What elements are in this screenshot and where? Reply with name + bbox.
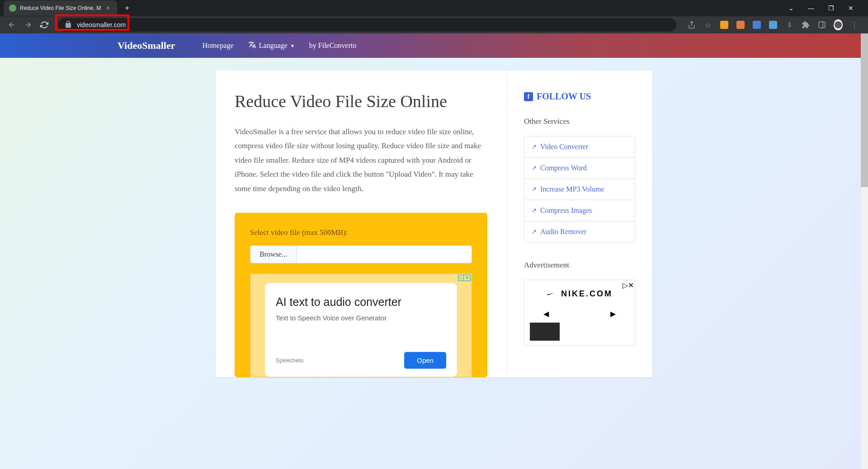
- forward-button[interactable]: [22, 19, 34, 31]
- tab-strip: Reduce Video File Size Online, M ✕ + ⌄ ―…: [0, 0, 868, 16]
- nav-by-fileconverto[interactable]: by FileConverto: [302, 42, 363, 50]
- ad-open-button[interactable]: Open: [404, 352, 446, 369]
- adchoices-badge[interactable]: ▷ ✕: [458, 275, 471, 281]
- service-list: ↗ Video Converter ↗ Compress Word ↗ Incr…: [524, 136, 635, 243]
- extension-icon-2[interactable]: [736, 20, 745, 29]
- main-column: Reduce Video File Size Online VideoSmall…: [216, 70, 507, 377]
- bookmark-star-icon[interactable]: ☆: [703, 20, 712, 29]
- favicon-icon: [9, 5, 16, 12]
- back-button[interactable]: [5, 19, 18, 31]
- nav-homepage[interactable]: Homepage: [195, 42, 241, 50]
- ad-title: AI text to audio converter: [276, 295, 446, 309]
- extension-icon-3[interactable]: [752, 20, 761, 29]
- service-compress-word[interactable]: ↗ Compress Word: [524, 158, 635, 179]
- profile-avatar[interactable]: [834, 20, 843, 29]
- carousel-next-icon[interactable]: ▶: [610, 310, 616, 318]
- adchoices-badge[interactable]: ▷ ✕: [623, 281, 634, 290]
- lock-icon: [64, 20, 72, 30]
- follow-us-link[interactable]: f FOLLOW US: [524, 91, 635, 102]
- service-video-converter[interactable]: ↗ Video Converter: [524, 136, 635, 158]
- caret-down-icon: ▼: [290, 43, 295, 48]
- nike-logo-row: NIKE.COM: [530, 289, 629, 299]
- advertisement-heading: Advertisement: [524, 261, 635, 270]
- file-path-display: [297, 246, 472, 263]
- external-link-icon: ↗: [532, 143, 537, 150]
- service-compress-images[interactable]: ↗ Compress Images: [524, 200, 635, 221]
- sidebar-column: f FOLLOW US Other Services ↗ Video Conve…: [507, 70, 652, 377]
- minimize-icon[interactable]: ―: [807, 5, 816, 12]
- service-increase-mp3[interactable]: ↗ Increase MP3 Volume: [524, 179, 635, 200]
- share-icon[interactable]: [687, 20, 696, 29]
- site-brand[interactable]: VideoSmaller: [118, 40, 175, 52]
- upload-panel: Select video file (max 500MB): Browse...…: [235, 213, 487, 377]
- adchoices-icon[interactable]: ▷: [623, 281, 628, 290]
- browse-button[interactable]: Browse...: [250, 246, 297, 263]
- tab-search-icon[interactable]: ⌄: [787, 5, 796, 12]
- external-link-icon: ↗: [532, 186, 537, 193]
- scrollbar-thumb[interactable]: [861, 33, 868, 187]
- external-link-icon: ↗: [532, 164, 537, 172]
- page-title: Reduce Video File Size Online: [235, 91, 487, 111]
- window-controls: ⌄ ― ❐ ✕: [787, 5, 864, 12]
- ad-brand: Speechelo: [276, 357, 303, 364]
- intro-text: VideoSmaller is a free service that allo…: [235, 125, 487, 196]
- url-text: videosmaller.com: [77, 21, 126, 28]
- file-input[interactable]: Browse...: [250, 245, 472, 263]
- external-link-icon: ↗: [532, 228, 537, 235]
- inline-ad-frame: ▷ ✕ AI text to audio converter Text to S…: [250, 273, 472, 377]
- ad-card[interactable]: AI text to audio converter Text to Speec…: [265, 283, 457, 377]
- language-icon: [248, 41, 256, 51]
- close-window-icon[interactable]: ✕: [846, 5, 855, 12]
- extension-icon-4[interactable]: [769, 20, 778, 29]
- sidebar-ad[interactable]: ▷ ✕ NIKE.COM ◀ ▶: [524, 280, 635, 346]
- ad-close-icon[interactable]: ✕: [628, 281, 634, 290]
- ad-product-image: [530, 323, 629, 341]
- tab-title: Reduce Video File Size Online, M: [20, 5, 101, 11]
- address-bar[interactable]: videosmaller.com: [58, 18, 676, 32]
- nav-language-dropdown[interactable]: Language ▼: [241, 41, 302, 51]
- chrome-menu-icon[interactable]: ⋮: [850, 20, 859, 29]
- extensions-puzzle-icon[interactable]: [801, 20, 810, 29]
- ad-close-icon[interactable]: ✕: [463, 275, 471, 281]
- maximize-icon[interactable]: ❐: [826, 5, 835, 12]
- svg-rect-0: [819, 22, 825, 28]
- new-tab-button[interactable]: +: [121, 2, 133, 14]
- download-icon[interactable]: ⬇: [785, 20, 794, 29]
- nike-swoosh-icon: [547, 290, 555, 298]
- upload-label: Select video file (max 500MB):: [250, 228, 472, 237]
- side-panel-icon[interactable]: [817, 20, 826, 29]
- browser-tab[interactable]: Reduce Video File Size Online, M ✕: [4, 0, 117, 16]
- service-audio-remover[interactable]: ↗ Audio Remover: [524, 221, 635, 242]
- scrollbar-track[interactable]: [861, 33, 868, 469]
- external-link-icon: ↗: [532, 207, 537, 214]
- ad-subtitle: Text to Speech Voice over Generator: [276, 314, 446, 322]
- reload-button[interactable]: [38, 19, 51, 31]
- site-header: VideoSmaller Homepage Language ▼ by File…: [0, 33, 868, 58]
- ad-carousel-nav: ◀ ▶: [530, 310, 629, 323]
- browser-toolbar: videosmaller.com ☆ ⬇ ⋮: [0, 16, 868, 33]
- page-viewport: VideoSmaller Homepage Language ▼ by File…: [0, 33, 868, 469]
- extension-icon-1[interactable]: [720, 20, 729, 29]
- facebook-icon: f: [524, 92, 533, 101]
- carousel-prev-icon[interactable]: ◀: [543, 310, 549, 318]
- other-services-heading: Other Services: [524, 117, 635, 126]
- nike-text: NIKE.COM: [561, 289, 613, 299]
- close-tab-icon[interactable]: ✕: [104, 5, 112, 12]
